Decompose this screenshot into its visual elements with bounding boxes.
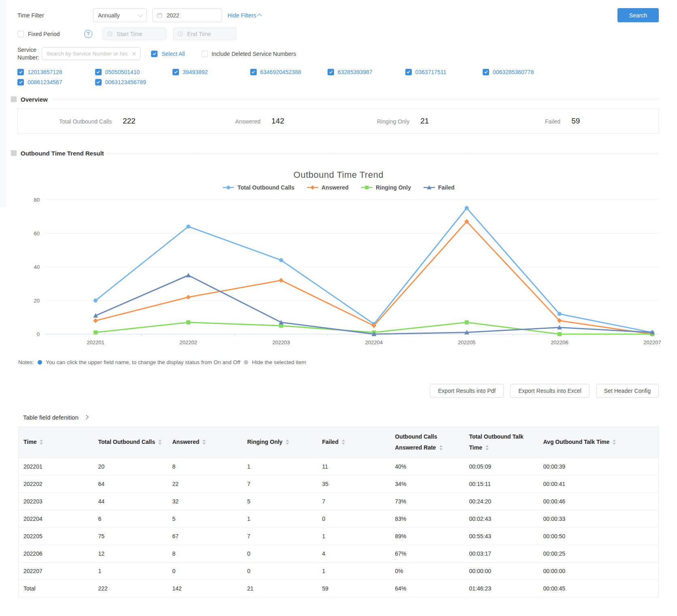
service-number-item[interactable]: 12013657128 [17, 69, 95, 75]
column-header[interactable]: Total Outbound Talk Time [464, 426, 539, 458]
legend-item[interactable]: Failed [423, 184, 454, 191]
end-time-input[interactable] [186, 30, 232, 38]
table-row: 20220120811140%00:05:0900:00:39 [19, 458, 659, 475]
service-search-input[interactable] [46, 50, 129, 57]
checkbox-unchecked-icon[interactable] [17, 31, 24, 37]
service-number-item[interactable]: 00861234567 [17, 79, 95, 85]
export-pdf-button[interactable]: Export Results into Pdf [430, 384, 504, 398]
checkbox-checked-icon[interactable] [17, 79, 24, 85]
checkbox-checked-icon[interactable] [151, 51, 158, 57]
overview-section-header: Overview [11, 96, 659, 103]
period-select[interactable]: Annually [93, 9, 147, 22]
checkbox-checked-icon[interactable] [95, 69, 102, 75]
stat-value: 142 [271, 117, 284, 126]
calendar-icon [157, 12, 162, 18]
hide-filters-link[interactable]: Hide Filters [228, 12, 262, 19]
column-header[interactable]: Avg Outbound Talk Time [539, 426, 659, 458]
legend-label: Total Outbound Calls [237, 184, 294, 191]
legend-item[interactable]: Total Outbound Calls [222, 184, 294, 191]
table-cell: 0% [390, 563, 464, 580]
checkbox-checked-icon[interactable] [250, 69, 257, 75]
end-time-field[interactable] [173, 28, 236, 40]
sort-icon[interactable] [286, 439, 289, 445]
service-number-item[interactable]: 6346920452388 [250, 69, 328, 75]
chart-title: Outbound Time Trend [0, 170, 677, 180]
chevron-down-icon [138, 12, 143, 17]
sort-icon[interactable] [485, 445, 489, 450]
sort-icon[interactable] [613, 439, 616, 445]
column-header[interactable]: Outbound Calls Answered Rate [390, 426, 464, 458]
column-header[interactable]: Answered [168, 426, 243, 458]
table-cell: 20 [94, 458, 168, 475]
column-label: Avg Outbound Talk Time [543, 439, 610, 445]
checkbox-checked-icon[interactable] [405, 69, 412, 75]
sort-icon[interactable] [439, 445, 443, 450]
svg-text:0: 0 [37, 331, 40, 337]
checkbox-checked-icon[interactable] [172, 69, 179, 75]
trend-chart: 0204060802022012022022022032022042022052… [15, 192, 662, 354]
table-cell: 202207 [19, 563, 94, 580]
service-number-item[interactable]: 0063285360778 [483, 69, 560, 75]
table-cell: 1 [94, 563, 168, 580]
column-header[interactable]: Time [19, 426, 94, 458]
table-cell: 64% [390, 580, 464, 597]
filter-panel: Time Filter Annually Hide Filters Search… [0, 0, 677, 85]
table-cell: 222 [94, 580, 168, 597]
include-deleted-checkbox[interactable]: Include Deleted Service Numbers [201, 51, 296, 57]
service-number-item[interactable]: 63285393987 [328, 69, 405, 75]
table-definition-link[interactable]: Table field defenition [23, 414, 677, 421]
service-search-field[interactable]: ✕ [42, 47, 141, 60]
table-cell: 59 [317, 580, 390, 597]
checkbox-checked-icon[interactable] [95, 79, 102, 85]
service-number-value: 39493892 [183, 69, 208, 75]
start-time-field[interactable] [103, 28, 166, 40]
export-excel-button[interactable]: Export Results into Excel [510, 384, 590, 398]
fixed-period-checkbox[interactable]: Fixed Period [17, 31, 60, 37]
start-time-input[interactable] [116, 30, 161, 38]
svg-text:20: 20 [34, 297, 40, 303]
year-field[interactable] [152, 9, 222, 22]
column-header[interactable]: Ringing Only [243, 426, 317, 458]
service-number-value: 0363717511 [415, 69, 447, 75]
sort-icon[interactable] [158, 439, 162, 445]
column-label: Answered [172, 439, 200, 445]
legend-item[interactable]: Answered [307, 184, 349, 191]
table-cell: 83% [390, 510, 464, 528]
clock-icon [178, 31, 183, 37]
column-label: Failed [322, 439, 338, 445]
column-label: Time [23, 439, 36, 445]
search-button[interactable]: Search [617, 8, 659, 22]
service-number-item[interactable]: 0063123456789 [95, 79, 173, 85]
trend-title: Outbound Time Trend Result [21, 150, 104, 157]
time-filter-label: Time Filter [17, 12, 93, 19]
column-header[interactable]: Failed [317, 426, 390, 458]
checkbox-checked-icon[interactable] [483, 69, 489, 75]
table-cell: 202203 [19, 493, 94, 510]
table-cell: 202204 [19, 510, 94, 528]
service-number-item[interactable]: 05050501410 [95, 69, 173, 75]
table-cell: 22 [168, 475, 243, 493]
column-label: Ringing Only [247, 439, 283, 445]
checkbox-unchecked-icon[interactable] [201, 51, 208, 57]
svg-text:202207: 202207 [643, 339, 661, 345]
overview-stat: Total Outbound Calls222 [59, 117, 235, 126]
checkbox-checked-icon[interactable] [17, 69, 24, 75]
legend-item[interactable]: Ringing Only [361, 184, 411, 191]
clear-icon[interactable]: ✕ [132, 51, 136, 57]
help-icon[interactable]: ? [84, 30, 92, 38]
sort-icon[interactable] [40, 439, 43, 445]
year-input[interactable] [166, 12, 217, 19]
table-cell: 67 [168, 528, 243, 545]
checkbox-checked-icon[interactable] [328, 69, 334, 75]
select-all-checkbox[interactable]: Select All [151, 51, 185, 57]
select-all-label: Select All [162, 51, 185, 57]
set-header-config-button[interactable]: Set Header Config [596, 384, 659, 398]
legend-label: Answered [321, 184, 349, 191]
service-number-item[interactable]: 39493892 [172, 69, 250, 75]
chevron-right-icon [84, 415, 88, 420]
chevron-up-icon [257, 13, 262, 18]
service-number-item[interactable]: 0363717511 [405, 69, 483, 75]
sort-icon[interactable] [342, 439, 345, 445]
column-header[interactable]: Total Outbound Calls [94, 426, 168, 458]
sort-icon[interactable] [202, 439, 206, 445]
